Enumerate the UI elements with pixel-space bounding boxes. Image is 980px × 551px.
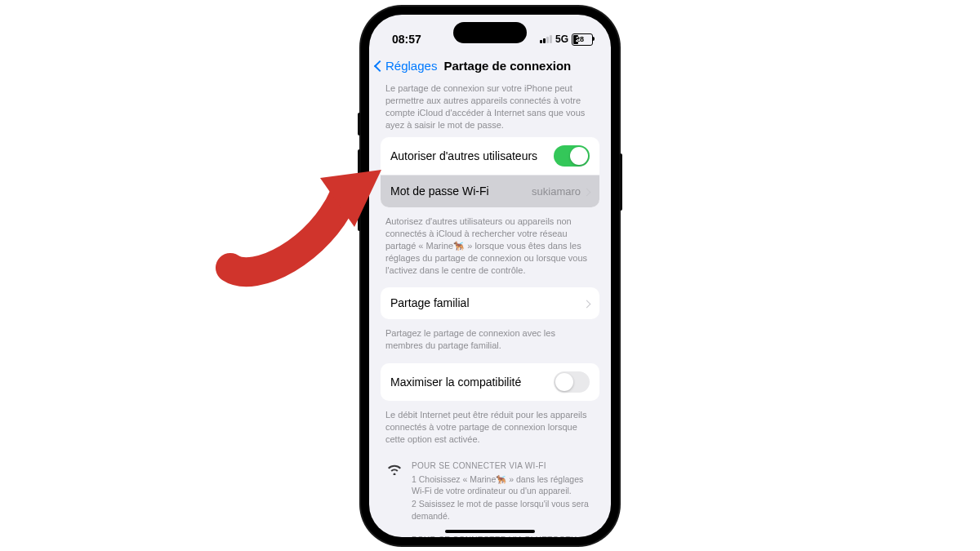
pointer-arrow-annotation [222,145,385,292]
wifi-inst-title: POUR SE CONNECTER VIA WI-FI [412,460,595,472]
family-sharing-row[interactable]: Partage familial [381,287,599,319]
signal-icon [540,35,552,43]
family-sharing-label: Partage familial [390,295,470,311]
compat-row[interactable]: Maximiser la compatibilité [381,363,599,401]
phone-side-button [619,153,622,211]
chevron-right-icon [584,296,590,311]
back-label: Réglages [385,59,437,73]
compat-label: Maximiser la compatibilité [390,375,521,390]
bt-inst-title: POUR SE CONNECTER VIA BLUETOOTH [412,535,595,537]
allow-desc: Autorisez d'autres utilisateurs ou appar… [381,212,599,282]
intro-text: Le partage de connexion sur votre iPhone… [381,79,599,137]
phone-mute-switch [358,113,361,136]
chevron-left-icon [376,59,384,73]
chevron-right-icon [584,184,590,199]
family-sharing-group: Partage familial [381,287,599,319]
nav-bar: Réglages Partage de connexion [369,54,611,79]
home-indicator[interactable] [445,530,535,533]
status-time: 08:57 [392,33,421,46]
page-title: Partage de connexion [443,59,571,73]
wifi-password-label: Mot de passe Wi-Fi [390,184,489,199]
wifi-password-row[interactable]: Mot de passe Wi-Fi sukiamaro [381,175,599,207]
compat-toggle[interactable] [554,371,590,393]
dynamic-island [453,22,527,43]
allow-users-label: Autoriser d'autres utilisateurs [390,149,537,164]
wifi-inst-step1: 1 Choisissez « Marine🐕‍🦺 » dans les régl… [412,473,595,496]
wifi-inst-step2: 2 Saisissez le mot de passe lorsqu'il vo… [412,498,595,521]
battery-icon: 28 [572,33,593,46]
allow-users-toggle[interactable] [554,145,590,167]
back-button[interactable]: Réglages [376,59,437,73]
allow-users-group: Autoriser d'autres utilisateurs Mot de p… [381,137,599,207]
allow-users-row[interactable]: Autoriser d'autres utilisateurs [381,137,599,175]
wifi-password-value: sukiamaro [532,184,581,199]
bluetooth-icon [385,535,403,537]
compat-desc: Le débit Internet peut être réduit pour … [381,406,599,452]
battery-percent: 28 [576,35,584,43]
screen: 08:57 5G 28 Réglages Partage de connexio… [369,15,611,537]
phone-frame: 08:57 5G 28 Réglages Partage de connexio… [361,7,619,545]
wifi-instructions: POUR SE CONNECTER VIA WI-FI 1 Choisissez… [381,452,599,527]
family-desc: Partagez le partage de connexion avec le… [381,324,599,358]
compat-group: Maximiser la compatibilité [381,363,599,401]
wifi-icon [385,460,403,523]
network-label: 5G [555,33,568,45]
